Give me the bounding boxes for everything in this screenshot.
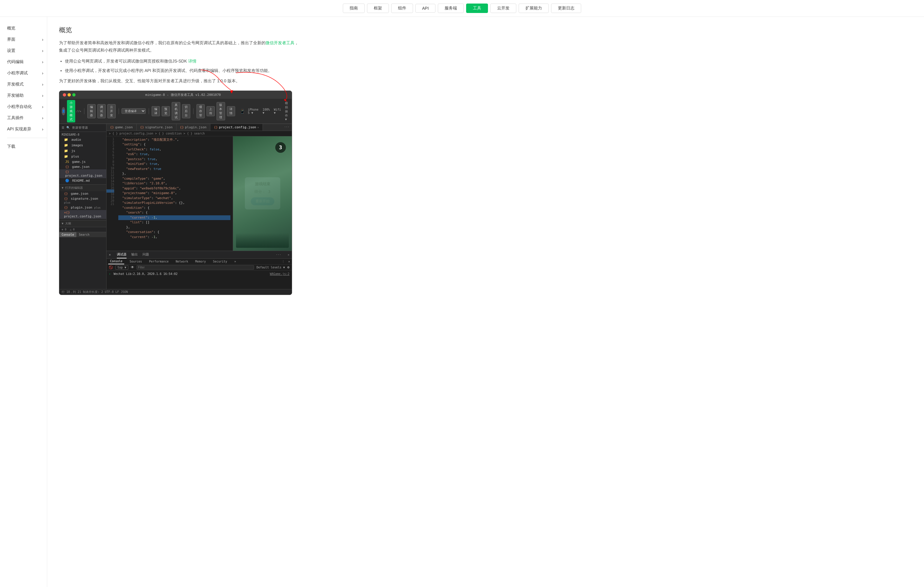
nav-item-tools[interactable]: 工具 xyxy=(466,3,488,13)
inner-tab-network[interactable]: Network xyxy=(174,259,190,264)
inner-tab-security[interactable]: Security xyxy=(211,259,229,264)
main-content: 概览 为了帮助开发者简单和高效地开发和调试微信小程序，我们在原有的公众号网页调试… xyxy=(47,17,313,587)
detail-link[interactable]: 详情 xyxy=(188,59,196,63)
tab-output[interactable]: 输出 xyxy=(131,251,138,259)
open-file-plugin-json[interactable]: {} plugin.json plus xyxy=(59,205,106,210)
sidebar-item-miniprogram-debug[interactable]: 小程序调试 › xyxy=(7,68,47,79)
file-project-config[interactable]: {} project.config.json xyxy=(59,169,106,178)
debugger-btn[interactable]: 调试器 xyxy=(97,104,106,118)
json-icon: {} xyxy=(140,125,144,129)
nav-item-guides[interactable]: 指南 xyxy=(343,3,365,13)
debugger-close-icon[interactable]: ✕ xyxy=(288,260,290,263)
sidebar-item-overview[interactable]: 概览 xyxy=(7,23,47,34)
folder-plus[interactable]: 📁 plus xyxy=(59,154,106,159)
cloud-dev-btn[interactable]: 云开发 xyxy=(107,104,116,118)
tab-console[interactable]: 调试器 xyxy=(117,251,127,259)
maximize-button[interactable] xyxy=(72,93,76,96)
code-content[interactable]: "description": "项目配置文件.", "setting": { "… xyxy=(116,136,233,251)
real-debug-btn[interactable]: 真机调试 xyxy=(172,102,180,120)
folder-icon: 📁 xyxy=(64,155,68,158)
nav-item-extensions[interactable]: 扩展能力 xyxy=(519,3,549,13)
mode-button[interactable]: 小游戏模式 xyxy=(67,100,75,122)
file-game-json[interactable]: {} game.json xyxy=(59,164,106,169)
sidebar-item-dev-mode[interactable]: 开发模式 › xyxy=(7,79,47,90)
detail-btn[interactable]: 详情 xyxy=(227,106,235,116)
tab-plugin-json[interactable]: {} plugin.json xyxy=(177,124,210,131)
file-game-js[interactable]: JS game.js xyxy=(59,159,106,164)
sidebar-item-settings[interactable]: 设置 › xyxy=(7,45,47,56)
code-line-18: "list": [] xyxy=(118,220,230,225)
page-title: 概览 xyxy=(59,26,301,35)
ide-title: minigame-8 - 微信开发者工具 v1.02.2001070 xyxy=(78,92,288,97)
close-button[interactable] xyxy=(63,93,66,96)
minimize-button[interactable] xyxy=(68,93,71,96)
more-tabs[interactable]: ··· xyxy=(282,124,292,131)
sidebar-item-automation[interactable]: 小程序自动化 › xyxy=(7,101,47,112)
folder-icon: 📁 xyxy=(64,149,68,153)
compile-btn[interactable]: 编译 xyxy=(152,106,160,116)
tab-project-config[interactable]: {} project.config.json ✕ xyxy=(210,124,263,131)
open-file-project-config-active[interactable]: ✕{} project.config.json xyxy=(59,210,106,219)
nav-item-api[interactable]: API xyxy=(416,4,436,13)
inner-tab-memory[interactable]: Memory xyxy=(193,259,208,264)
eye-icon[interactable]: 👁 xyxy=(131,265,134,269)
chevron-right-icon: › xyxy=(42,127,43,132)
sidebar-item-dev-assist[interactable]: 开发辅助 › xyxy=(7,90,47,101)
nav-item-cloud[interactable]: 云开发 xyxy=(490,3,516,13)
filter-input[interactable] xyxy=(137,265,254,270)
inner-tab-performance[interactable]: Performance xyxy=(147,259,170,264)
tab-close-icon[interactable]: ✕ xyxy=(257,126,259,129)
cache-btn[interactable]: 缓存管 xyxy=(196,104,205,118)
nav-item-changelog[interactable]: 更新日志 xyxy=(551,3,581,13)
search-tab[interactable]: Search xyxy=(76,232,92,237)
inner-tab-sources[interactable]: Sources xyxy=(128,259,144,264)
sidebar-item-code-editor[interactable]: 代码编辑 › xyxy=(7,56,47,68)
sidebar-item-api-diff[interactable]: API 实现差异 › xyxy=(7,124,47,135)
folder-audio[interactable]: 📁 audio xyxy=(59,137,106,142)
file-readme[interactable]: 🔵 README.md xyxy=(59,178,106,183)
background-btn[interactable]: 切后台 xyxy=(182,104,190,118)
code-line-16: "search": { xyxy=(118,210,230,215)
version-btn[interactable]: 版本管理 xyxy=(216,102,225,120)
compile-select[interactable]: 普通编译 xyxy=(122,108,146,114)
inner-tab-console[interactable]: Console xyxy=(108,259,124,264)
sidebar-item-ui[interactable]: 界面 › xyxy=(7,34,47,45)
upload-btn[interactable]: 上传 xyxy=(206,106,215,116)
console-tab[interactable]: Console xyxy=(59,232,76,237)
editor-btn[interactable]: 编辑器 xyxy=(87,104,96,118)
wechat-devtools-link[interactable]: 微信开发者工具 xyxy=(266,40,294,45)
code-line-15: "condition": { xyxy=(118,206,230,211)
settings-icon[interactable]: ⚙ xyxy=(287,265,289,269)
nav-item-server[interactable]: 服务端 xyxy=(438,3,464,13)
tab-problems[interactable]: 问题 xyxy=(142,251,149,259)
code-line-21: "current": -1, xyxy=(118,235,230,240)
folder-images[interactable]: 📁 images xyxy=(59,142,106,148)
folder-icon: 📁 xyxy=(64,138,68,142)
console-source-link[interactable]: WAGame.js:2 xyxy=(270,272,289,276)
debugger-more-icon[interactable]: ⋮ xyxy=(282,260,285,263)
ide-toolbar: 👤 小游戏模式 //+ 编辑器 调试器 云开发 普通编译 编译 预览 xyxy=(59,99,292,124)
preview-btn[interactable]: 预览 xyxy=(162,106,170,116)
context-select[interactable]: top ▼ xyxy=(116,265,128,270)
tab-signature-json[interactable]: {} signature.json xyxy=(137,124,177,131)
open-file-game-json[interactable]: {} game.json xyxy=(59,191,106,196)
nav-item-components[interactable]: 组件 xyxy=(391,3,413,13)
console-close-btn[interactable]: ✕ xyxy=(109,253,111,257)
toolbar-slash: //+ xyxy=(76,110,81,113)
tab-game-json[interactable]: {} game.json xyxy=(107,124,137,131)
open-file-signature-json[interactable]: {} signature.json plus xyxy=(59,196,106,205)
simulate-label: 模拟操作 ▼ xyxy=(285,101,289,121)
folder-js[interactable]: 📁 js xyxy=(59,148,106,154)
console-close-icon[interactable]: ✕ xyxy=(288,253,289,256)
sidebar-item-download[interactable]: 下载 xyxy=(7,141,47,152)
ide-window: minigame-8 - 微信开发者工具 v1.02.2001070 👤 小游戏… xyxy=(59,91,292,295)
level-select[interactable]: Default levels ▼ xyxy=(256,266,285,269)
nav-item-framework[interactable]: 框架 xyxy=(367,3,389,13)
sidebar-divider xyxy=(7,138,47,138)
tabs-spacer xyxy=(263,124,282,131)
sidebar-item-plugins[interactable]: 工具插件 › xyxy=(7,112,47,124)
game-canvas: 3 游戏结束 得分： 3 重新开始 xyxy=(233,136,292,251)
inner-tab-more[interactable]: » xyxy=(233,259,238,264)
console-more[interactable]: ··· xyxy=(276,253,281,256)
phone-icon: 📱 xyxy=(239,108,246,114)
